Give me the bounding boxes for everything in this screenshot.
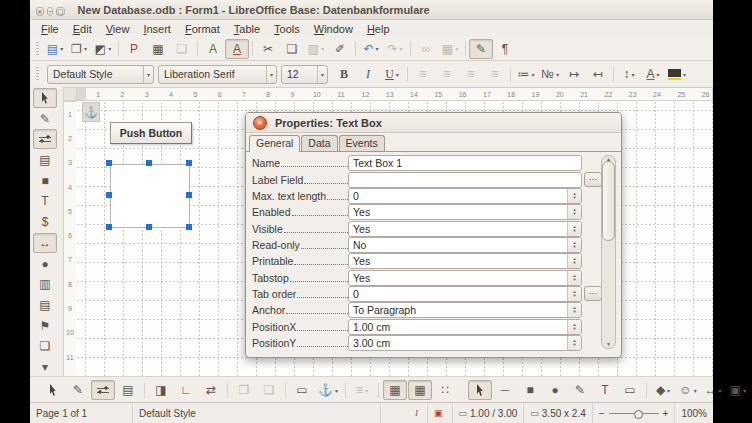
push-button-control[interactable]: Push Button (110, 122, 192, 144)
menu-table[interactable]: Table (227, 22, 267, 36)
align-justified-button[interactable]: ≡ (483, 64, 507, 84)
clone-formatting-button[interactable]: ✐ (328, 39, 352, 59)
automatic-control-focus-button[interactable]: ❏ (257, 380, 281, 400)
underline-button[interactable]: U▾ (380, 64, 404, 84)
spinner[interactable]: ▲▼ (567, 222, 581, 236)
increase-indent-button[interactable]: ↦ (562, 64, 586, 84)
display-grid-button[interactable]: ▦ (383, 380, 407, 400)
prop-field-label-field[interactable] (348, 172, 582, 188)
prop-field-visible[interactable]: Yes▲▼ (348, 221, 582, 237)
basic-shapes-button[interactable]: ◆▾ (651, 380, 675, 400)
auto-spellcheck-button[interactable]: A (225, 39, 249, 59)
selection-mode-indicator[interactable]: I (409, 403, 428, 423)
spinner[interactable]: ▲▼ (567, 287, 581, 301)
selection-handle-se[interactable] (186, 224, 192, 230)
symbol-shapes-button[interactable]: ☺▾ (676, 380, 700, 400)
highlighting-color-dropdown-icon[interactable]: ▾ (683, 71, 686, 78)
chevron-down-icon[interactable]: ▾ (266, 66, 276, 83)
flowchart-button[interactable]: ▣▾ (726, 380, 750, 400)
form-design-button[interactable]: ◨ (149, 380, 173, 400)
spinner[interactable]: ▲▼ (567, 303, 581, 317)
spinner[interactable]: ▲▼ (567, 336, 581, 350)
prop-field-max-text-length[interactable]: 0▲▼ (348, 188, 582, 204)
selected-text-box[interactable] (110, 164, 190, 228)
spinner[interactable]: ▲▼ (567, 254, 581, 268)
position-and-size-button[interactable]: ▭ (290, 380, 314, 400)
page-indicator[interactable]: Page 1 of 1 (30, 403, 133, 423)
open-in-design-mode-button[interactable]: ❐ (232, 380, 256, 400)
selection-handle-ne[interactable] (186, 160, 192, 166)
object-size-indicator[interactable]: ▭ 3.50 x 2.4 (524, 403, 592, 423)
prop-field-enabled[interactable]: Yes▲▼ (348, 204, 582, 220)
paste-dropdown-icon[interactable]: ▾ (321, 45, 324, 52)
minimize-window-button[interactable]: − (47, 7, 53, 16)
new-document-button[interactable]: ▤▾ (43, 39, 67, 59)
zoom-slider[interactable]: − + (593, 403, 676, 423)
spin-down-icon[interactable]: ▼ (573, 229, 577, 233)
chevron-down-icon[interactable]: ▾ (143, 66, 153, 83)
line-spacing-dropdown-icon[interactable]: ▾ (631, 71, 634, 78)
select-button[interactable] (33, 88, 57, 108)
spinner[interactable]: ▲▼ (567, 238, 581, 252)
insert-line-button[interactable]: ─ (493, 380, 517, 400)
more-button[interactable]: … (584, 286, 602, 301)
more-controls-button[interactable]: ❏ (33, 337, 57, 357)
zoom-in-icon[interactable]: + (663, 408, 669, 419)
push-button-control-button[interactable]: ■ (33, 171, 57, 191)
form-design-canvas[interactable]: ⚓ Push Button ✕ Properties: Text Box Gen… (76, 101, 713, 377)
open-dropdown-icon[interactable]: ▾ (84, 45, 87, 52)
helplines-while-moving-button[interactable]: ∷ (433, 380, 457, 400)
underline-dropdown-icon[interactable]: ▾ (396, 71, 399, 78)
flowchart-dropdown-icon[interactable]: ▾ (743, 387, 746, 394)
selection-handle-n[interactable] (146, 160, 152, 166)
menu-help[interactable]: Help (360, 22, 397, 36)
font-name-combo[interactable]: Liberation Serif ▾ (158, 65, 277, 84)
option-button-button[interactable]: ● (33, 254, 57, 274)
chevron-down-icon[interactable]: ▾ (317, 66, 327, 83)
menu-view[interactable]: View (99, 22, 137, 36)
insert-hyperlink-button[interactable]: ∞ (414, 39, 438, 59)
ordered-list-button[interactable]: №▾ (538, 64, 562, 84)
new-document-dropdown-icon[interactable]: ▾ (60, 45, 63, 52)
tab-events[interactable]: Events (339, 135, 385, 151)
toolbar-drag-handle[interactable] (36, 42, 39, 56)
font-color-dropdown-icon[interactable]: ▾ (657, 71, 660, 78)
spinner[interactable]: ▲▼ (567, 189, 581, 203)
prop-field-positiony[interactable]: 3.00 cm▲▼ (348, 335, 582, 351)
menu-format[interactable]: Format (178, 22, 227, 36)
spin-down-icon[interactable]: ▼ (573, 294, 577, 298)
spinner[interactable]: ▲▼ (567, 205, 581, 219)
spin-down-icon[interactable]: ▼ (573, 245, 577, 249)
block-arrows-dropdown-icon[interactable]: ▾ (718, 387, 721, 394)
menu-insert[interactable]: Insert (136, 22, 178, 36)
ruler-lines-button[interactable]: ∟ (174, 380, 198, 400)
insert-text-box-button[interactable]: T (593, 380, 617, 400)
change-anchor-dropdown-icon[interactable]: ▾ (335, 387, 338, 394)
currency-field-button[interactable]: $ (33, 212, 57, 232)
navigation-bar-button[interactable]: ↔ (33, 233, 57, 253)
select-button[interactable] (41, 380, 65, 400)
selection-handle-w[interactable] (106, 192, 112, 198)
zoom-out-icon[interactable]: − (599, 408, 605, 419)
save-button[interactable]: ◩▾ (91, 39, 115, 59)
open-button[interactable]: ❐▾ (67, 39, 91, 59)
list-box-button[interactable]: ▤ (33, 295, 57, 315)
spin-down-icon[interactable]: ▼ (573, 343, 577, 347)
print-button[interactable]: ▦ (146, 39, 170, 59)
dialog-close-button[interactable]: ✕ (253, 116, 267, 130)
symbol-shapes-dropdown-icon[interactable]: ▾ (694, 387, 697, 394)
block-arrows-button[interactable]: ↔▾ (701, 380, 725, 400)
spin-down-icon[interactable]: ▼ (573, 212, 577, 216)
tab-data[interactable]: Data (301, 135, 337, 151)
spin-down-icon[interactable]: ▼ (573, 310, 577, 314)
unordered-list-button[interactable]: ≔▾ (514, 64, 538, 84)
align-objects-button[interactable]: ≡▾ (350, 380, 374, 400)
line-spacing-button[interactable]: ↕▾ (617, 64, 641, 84)
spin-down-icon[interactable]: ▼ (573, 278, 577, 282)
undo-button[interactable]: ↶▾ (359, 39, 383, 59)
insert-frame-button[interactable]: ▭ (618, 380, 642, 400)
freeform-line-button[interactable]: ✎ (568, 380, 592, 400)
prop-field-name[interactable]: Text Box 1 (348, 155, 582, 171)
toolbar-overflow-button[interactable]: ▾ (33, 357, 57, 377)
show-draw-functions-button[interactable]: ✎ (469, 39, 493, 59)
